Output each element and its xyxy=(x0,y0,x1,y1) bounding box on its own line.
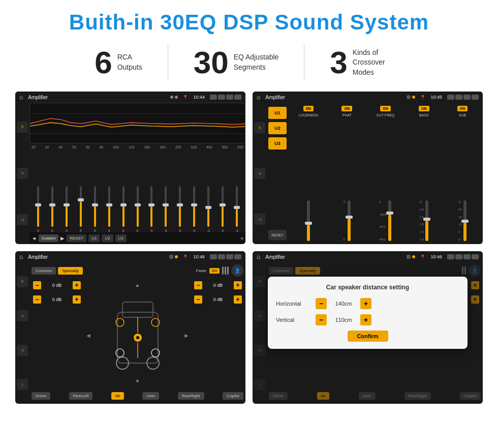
fader-up-arrow[interactable]: ▲ xyxy=(135,282,140,288)
stat-eq: 30 EQ Adjustable Segments xyxy=(168,47,304,78)
crossover-wave-btn[interactable]: ∿ xyxy=(254,168,265,179)
crossover-wave-icon: ∿ xyxy=(258,171,262,176)
stat-crossover-number: 3 xyxy=(330,47,347,78)
eq-slider-9[interactable]: 0 xyxy=(145,152,159,232)
fader-on-toggle[interactable]: ON xyxy=(209,268,220,274)
eq-u2-btn[interactable]: U2 xyxy=(102,234,113,242)
bass-toggle[interactable]: ON xyxy=(419,106,429,111)
fader-all-btn[interactable]: All xyxy=(111,392,124,400)
eq-slider-14[interactable]: 0 xyxy=(216,152,229,232)
eq-slider-12[interactable]: 0 xyxy=(188,152,201,232)
distance-status-bar: ⌂ Amplifier 📍 10:46 xyxy=(253,251,483,262)
phat-toggle[interactable]: ON xyxy=(341,106,352,111)
stat-crossover-label: Kinds of Crossover Modes xyxy=(353,48,403,78)
fader-down-arrow[interactable]: ▼ xyxy=(135,378,140,384)
vertical-plus-btn[interactable]: + xyxy=(360,314,371,325)
loudness-slider[interactable] xyxy=(307,119,310,241)
fader-screen-title: Amplifier xyxy=(26,254,166,260)
eq-custom-btn[interactable]: Custom xyxy=(39,234,59,242)
fader-expand-btn[interactable]: ↕ xyxy=(17,379,28,390)
distance-dialog: Car speaker distance setting Horizontal … xyxy=(268,277,468,349)
fader-rearright-btn[interactable]: RearRight xyxy=(178,392,204,400)
fader-settings-btn[interactable]: 👤 xyxy=(231,264,243,277)
eq-slider-1[interactable]: 0 xyxy=(32,152,45,232)
eq-more-btn[interactable]: » xyxy=(240,235,243,241)
crossover-u1-btn[interactable]: U1 xyxy=(268,107,287,119)
cutfreq-toggle[interactable]: ON xyxy=(380,106,391,111)
phat-slider[interactable]: GF xyxy=(344,119,351,241)
crossover-u2-btn[interactable]: U2 xyxy=(268,122,287,134)
eq-slider-5[interactable]: 0 xyxy=(88,152,102,232)
vertical-minus-btn[interactable]: − xyxy=(316,314,327,325)
eq-slider-15[interactable]: -1 xyxy=(230,152,243,232)
fader-db4-minus[interactable]: − xyxy=(194,295,202,304)
eq-slider-6[interactable]: 0 xyxy=(103,152,116,232)
eq-slider-10[interactable]: 0 xyxy=(159,152,172,232)
eq-slider-2[interactable]: 0 xyxy=(46,152,59,232)
eq-slider-3[interactable]: 0 xyxy=(60,152,73,232)
eq-prev-btn[interactable]: ◄ xyxy=(32,235,37,241)
loudness-toggle[interactable]: ON xyxy=(303,106,314,111)
eq-slider-11[interactable]: 0 xyxy=(173,152,186,232)
sub-toggle[interactable]: ON xyxy=(457,106,468,111)
fader-db3-minus[interactable]: − xyxy=(194,281,202,289)
distance-horizontal-row: Horizontal − 140cm + xyxy=(276,298,459,309)
fader-db2-minus[interactable]: − xyxy=(33,295,41,304)
fader-db-control-3: − 0 dB + xyxy=(193,280,243,291)
fader-left-arrow[interactable]: ◄ xyxy=(85,332,91,339)
eq-next-btn[interactable]: ▶ xyxy=(60,235,65,241)
stats-row: 6 RCA Outputs 30 EQ Adjustable Segments … xyxy=(15,45,483,80)
eq-slider-13[interactable]: -1 xyxy=(202,152,215,232)
fader-content: ≡ ∿ ◁ ↕ Common Specialty xyxy=(15,262,245,404)
fader-copilot-btn[interactable]: Copilot xyxy=(223,392,243,400)
sub-slider[interactable]: G20151050 xyxy=(458,119,466,241)
cutfreq-slider[interactable]: F100Hz80Hz60Hz xyxy=(380,119,391,241)
horizontal-minus-btn[interactable]: − xyxy=(316,298,327,309)
eq-sidebar-eq-btn[interactable]: ≡ xyxy=(17,122,28,133)
confirm-button[interactable]: Confirm xyxy=(348,331,388,342)
fader-status-bar: ⌂ Amplifier 📍 10:46 xyxy=(15,251,245,262)
crossover-u3-btn[interactable]: U3 xyxy=(268,137,287,150)
stat-rca: 6 RCA Outputs xyxy=(69,47,168,78)
fader-db1-minus[interactable]: − xyxy=(33,281,41,289)
fader-rearleft-btn[interactable]: RearLeft xyxy=(69,392,93,400)
fader-driver-btn[interactable]: Driver xyxy=(32,392,50,400)
eq-sidebar-wave-btn[interactable]: ∿ xyxy=(17,168,28,179)
fader-settings-icon: 👤 xyxy=(234,268,240,274)
eq-freq-labels: 25 32 40 50 63 80 100 125 160 200 250 32… xyxy=(29,145,245,149)
fader-tab-specialty[interactable]: Specialty xyxy=(58,267,82,275)
horizontal-plus-btn[interactable]: + xyxy=(360,298,371,309)
fader-db2-plus[interactable]: + xyxy=(73,295,81,304)
bass-slider[interactable]: G3.02.52.01.51.0 xyxy=(420,119,428,241)
car-diagram xyxy=(107,297,168,373)
fader-db4-value: 0 dB xyxy=(204,297,232,302)
eq-u3-btn[interactable]: U3 xyxy=(115,234,127,242)
crossover-eq-btn[interactable]: ≡ xyxy=(254,122,265,133)
fader-right-controls: − 0 dB + − 0 dB + xyxy=(193,280,243,390)
fader-db4-plus[interactable]: + xyxy=(234,295,242,304)
eq-sidebar-vol-btn[interactable]: ◁ xyxy=(17,214,28,225)
eq-reset-btn[interactable]: RESET xyxy=(67,234,86,242)
fader-user-btn[interactable]: User xyxy=(142,392,159,400)
distance-dialog-title: Car speaker distance setting xyxy=(276,284,459,291)
eq-slider-4[interactable]: 5 xyxy=(74,152,87,232)
fader-tab-common[interactable]: Common xyxy=(32,267,56,275)
eq-u1-btn[interactable]: U1 xyxy=(88,234,100,242)
distance-nav-dots xyxy=(407,255,415,259)
fader-db3-plus[interactable]: + xyxy=(234,281,242,289)
fader-vol-btn[interactable]: ◁ xyxy=(17,345,28,356)
crossover-vol-btn[interactable]: ◁ xyxy=(254,214,265,225)
crossover-home-icon: ⌂ xyxy=(257,94,260,101)
fader-db2-value: 0 dB xyxy=(43,297,71,302)
fader-wave-btn[interactable]: ∿ xyxy=(17,310,28,321)
stat-rca-number: 6 xyxy=(95,47,112,78)
eq-slider-7[interactable]: 0 xyxy=(117,152,130,232)
fader-eq-btn[interactable]: ≡ xyxy=(17,276,28,287)
crossover-time: 10:45 xyxy=(430,95,442,100)
stat-eq-label: EQ Adjustable Segments xyxy=(234,52,279,72)
distance-time: 10:46 xyxy=(430,254,442,259)
eq-slider-8[interactable]: 0 xyxy=(131,152,144,232)
crossover-reset-btn[interactable]: RESET xyxy=(268,230,287,240)
fader-db1-plus[interactable]: + xyxy=(73,281,81,289)
fader-right-arrow[interactable]: ► xyxy=(183,332,190,339)
